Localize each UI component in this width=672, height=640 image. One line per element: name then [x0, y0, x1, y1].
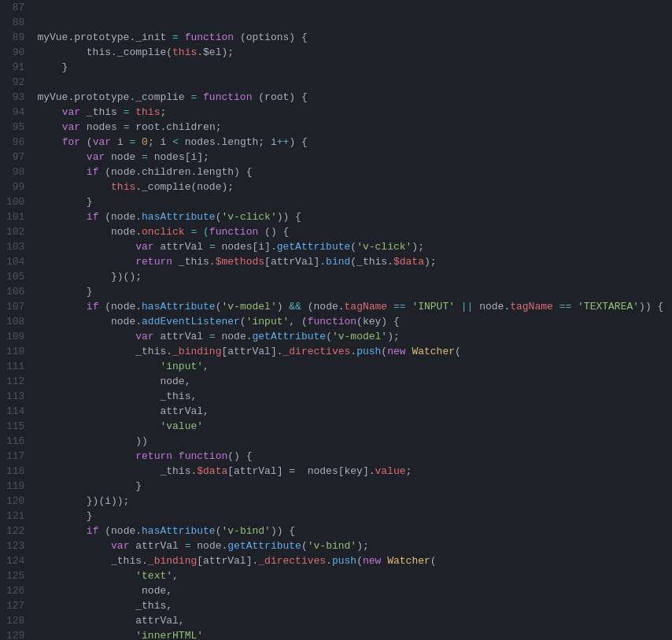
code-line: )): [37, 434, 672, 449]
token: tagName: [345, 301, 393, 313]
code-editor: 8788899091929394959697989910010110210310…: [0, 0, 672, 640]
line-number: 104: [6, 254, 24, 269]
token: =: [172, 31, 179, 43]
token: nodes[i].: [221, 241, 276, 253]
code-content[interactable]: myVue.prototype._init = function (option…: [34, 0, 672, 640]
token: 'v-bind': [308, 540, 356, 552]
token: }: [37, 61, 68, 73]
token: $data: [197, 465, 227, 477]
token: for: [62, 136, 87, 148]
token: hasAttribute: [142, 211, 216, 223]
code-line: var attrVal = node.getAttribute('v-model…: [37, 329, 672, 344]
token: new: [387, 346, 412, 357]
line-number: 96: [6, 135, 24, 150]
token: var: [62, 121, 87, 133]
line-number: 88: [6, 15, 24, 30]
token: return: [135, 450, 179, 462]
token: _binding: [172, 346, 221, 357]
token: ._complie(: [111, 46, 172, 58]
code-line: if (node.hasAttribute('v-model') && (nod…: [37, 299, 672, 314]
token: nodes: [87, 121, 124, 133]
token: hasAttribute: [142, 301, 216, 313]
token: ): [277, 301, 290, 313]
token: if: [87, 301, 105, 313]
token: )) {: [277, 211, 301, 223]
line-number: 97: [6, 150, 24, 165]
token: .$el);: [197, 46, 234, 58]
token: $methods: [216, 256, 264, 268]
token: attrVal,: [37, 615, 184, 627]
code-line: _this._binding[attrVal]._directives.push…: [37, 553, 672, 568]
token: [37, 570, 135, 582]
token: function: [308, 316, 356, 327]
token: node.: [473, 301, 510, 313]
token: if: [87, 525, 105, 537]
line-number: 126: [6, 583, 24, 598]
token: onclick: [142, 226, 190, 238]
line-number: 116: [6, 434, 24, 449]
token: [37, 211, 86, 223]
code-line: this._complie(node);: [37, 179, 672, 194]
token: addEventListener: [142, 316, 240, 327]
token: <: [172, 136, 179, 148]
token: 'v-bind': [221, 525, 270, 537]
code-line: attrVal,: [37, 404, 672, 419]
token: this: [111, 181, 135, 193]
token: =: [142, 151, 154, 163]
token: .: [350, 346, 356, 357]
line-number: 121: [6, 509, 24, 523]
token: ||: [461, 301, 474, 313]
token: node: [111, 151, 142, 163]
token: (options) {: [240, 31, 308, 43]
token: tagName: [510, 301, 559, 313]
token: , (: [289, 316, 307, 327]
token: ;: [160, 106, 166, 118]
token: node.: [37, 226, 142, 238]
code-line: [37, 75, 672, 90]
token: () {: [227, 450, 252, 462]
token: _this.: [179, 256, 216, 268]
line-number: 111: [6, 359, 24, 374]
token: ) {: [289, 136, 307, 148]
token: (: [430, 555, 437, 567]
token: attrVal: [160, 331, 209, 342]
token: _this.: [37, 465, 197, 477]
code-line: 'innerHTML': [37, 628, 672, 640]
code-line: node.addEventListener('input', (function…: [37, 314, 672, 329]
token: })(: [37, 271, 129, 283]
token: (node.: [301, 301, 345, 313]
code-line: _this,: [37, 598, 672, 613]
token: _directives: [258, 555, 326, 567]
token: [37, 361, 160, 372]
token: push: [332, 555, 356, 567]
token: );: [387, 331, 400, 342]
token: push: [356, 346, 381, 357]
line-number: 117: [6, 449, 24, 464]
token: (node.: [105, 211, 142, 223]
code-line: myVue.prototype._complie = function (roo…: [37, 90, 672, 105]
token: return: [135, 256, 179, 268]
token: function: [179, 450, 227, 462]
code-line: var attrVal = nodes[i].getAttribute('v-c…: [37, 239, 672, 254]
token: node,: [37, 585, 172, 597]
line-number: 108: [6, 314, 24, 329]
code-line: }: [37, 194, 672, 209]
token: var: [87, 151, 111, 163]
token: );: [129, 271, 142, 283]
token: var: [111, 540, 135, 552]
token: 'innerHTML': [135, 630, 203, 640]
token: node,: [37, 375, 190, 387]
line-number: 94: [6, 105, 24, 120]
token: [attrVal].: [264, 256, 326, 268]
line-number: 107: [6, 299, 24, 314]
token: [571, 301, 578, 313]
token: (: [350, 241, 356, 253]
token: 'v-model': [332, 331, 387, 342]
code-line: for (var i = 0; i < nodes.length; i++) {: [37, 135, 672, 150]
code-line: return function() {: [37, 449, 672, 464]
token: this: [37, 46, 111, 58]
line-number: 118: [6, 464, 24, 479]
token: [37, 136, 61, 148]
line-number: 100: [6, 194, 24, 209]
line-number: 91: [6, 60, 24, 75]
